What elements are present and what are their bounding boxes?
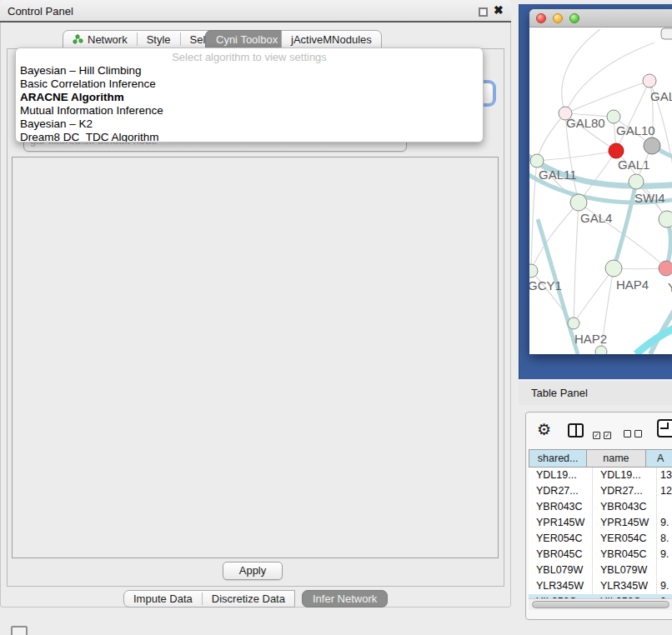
- bottom-tab-group: Impute Data Discretize Data: [123, 590, 295, 608]
- node-gal10[interactable]: [607, 110, 620, 123]
- node-gal7[interactable]: [643, 74, 656, 88]
- table-settings-gear-icon[interactable]: ⚙: [537, 420, 551, 439]
- label-gal10: GAL10: [616, 123, 655, 138]
- network-icon: [73, 34, 83, 44]
- tab-infer-network[interactable]: Infer Network: [302, 590, 388, 608]
- label-gal11: GAL11: [539, 168, 577, 182]
- tab-discretize-data-label: Discretize Data: [212, 592, 285, 605]
- popup-item-bayesian-hill[interactable]: Bayesian – Hill Climbing: [16, 64, 483, 78]
- node-gal1[interactable]: [609, 143, 624, 158]
- node-gal11[interactable]: [530, 154, 544, 168]
- label-y-partial: Y: [668, 280, 672, 294]
- table-view-icon[interactable]: [657, 419, 672, 438]
- network-window-titlebar[interactable]: [529, 9, 672, 28]
- canvas-corner-widget[interactable]: [661, 28, 672, 39]
- label-gcy1: GCY1: [529, 278, 562, 292]
- node-gcy1[interactable]: [529, 264, 538, 278]
- tab-infer-network-label: Infer Network: [313, 592, 377, 605]
- network-canvas[interactable]: GAL80 GAL10 GAL1 GAL11 SWI4 GAL4 GAL GCY…: [529, 28, 672, 354]
- tab-group-right: jActiveMNodules: [281, 30, 382, 48]
- deselect-all-checkboxes-icon[interactable]: [624, 428, 645, 440]
- table-row[interactable]: YDL19... YDL19... 13: [529, 468, 672, 483]
- table-row[interactable]: YDR27... YDR27... 12: [529, 483, 672, 499]
- table-panel-card: ⚙ ✓✓ shared... name A YDL19... YDL19... …: [525, 412, 672, 620]
- apply-button[interactable]: Apply: [223, 562, 283, 580]
- close-traffic-light[interactable]: [536, 13, 546, 23]
- label-hap2: HAP2: [574, 332, 607, 346]
- node-gray[interactable]: [644, 138, 660, 154]
- close-icon[interactable]: ✖: [494, 3, 504, 17]
- popup-hint: Select algorithm to view settings: [16, 51, 483, 64]
- label-gal1: GAL1: [618, 158, 649, 172]
- select-all-checkboxes-icon[interactable]: ✓✓: [593, 428, 614, 440]
- table-row[interactable]: YER054C YER054C 8.: [529, 531, 672, 547]
- network-view-frame: GAL80 GAL10 GAL1 GAL11 SWI4 GAL4 GAL GCY…: [519, 4, 672, 379]
- table-row[interactable]: YPR145W YPR145W 9.: [529, 515, 672, 531]
- network-graph: GAL80 GAL10 GAL1 GAL11 SWI4 GAL4 GAL GCY…: [529, 28, 672, 354]
- float-window-icon[interactable]: [479, 8, 488, 17]
- label-gal4: GAL4: [580, 211, 612, 225]
- tab-impute-data-label: Impute Data: [133, 592, 193, 605]
- label-gal-partial: GAL: [650, 89, 672, 103]
- popup-item-mutual-information[interactable]: Mutual Information Inference: [16, 104, 483, 118]
- tab-cyni-toolbox-label: Cyni Toolbox: [216, 33, 278, 46]
- table-panel-title: Table Panel: [531, 387, 588, 399]
- node-bottom-green[interactable]: [595, 346, 607, 354]
- table-panel-titlebar: Table Panel: [519, 382, 672, 405]
- algorithm-popup-list: Select algorithm to view settings Bayesi…: [15, 48, 484, 142]
- node-gal4[interactable]: [570, 194, 587, 211]
- popup-item-basic-correlation[interactable]: Basic Correlation Inference: [16, 78, 483, 91]
- table-horizontal-scrollbar-thumb[interactable]: [532, 601, 669, 608]
- column-layout-icon[interactable]: [568, 423, 584, 438]
- popup-item-aracne[interactable]: ARACNE Algorithm: [16, 91, 483, 104]
- cyni-settings-scrollpane: [12, 157, 499, 558]
- node-hap2[interactable]: [568, 318, 579, 329]
- network-window: GAL80 GAL10 GAL1 GAL11 SWI4 GAL4 GAL GCY…: [529, 9, 672, 354]
- node-hap4[interactable]: [605, 260, 622, 277]
- tab-network-label: Network: [88, 33, 128, 46]
- tab-impute-data[interactable]: Impute Data: [124, 591, 202, 607]
- tab-network[interactable]: Network: [63, 31, 137, 48]
- tab-jactivemnodules[interactable]: jActiveMNodules: [282, 31, 381, 48]
- table-row[interactable]: YBL079W YBL079W: [529, 562, 672, 578]
- table-body: YDL19... YDL19... 13 YDR27... YDR27... 1…: [529, 468, 672, 598]
- minimize-traffic-light[interactable]: [553, 13, 563, 23]
- table-row[interactable]: YBR045C YBR045C 9.: [529, 547, 672, 562]
- label-hap4: HAP4: [616, 278, 649, 292]
- tab-style-label: Style: [147, 33, 171, 46]
- panel-title: Control Panel: [8, 5, 73, 18]
- popup-item-dream8[interactable]: Dream8 DC_TDC Algorithm: [16, 131, 483, 142]
- node-right-green[interactable]: [659, 211, 672, 228]
- node-swi4[interactable]: [629, 174, 644, 189]
- zoom-traffic-light[interactable]: [569, 13, 579, 23]
- node-salmon[interactable]: [659, 261, 672, 276]
- column-header-partial[interactable]: A: [646, 449, 672, 468]
- table-header: shared... name A: [529, 449, 672, 468]
- column-header-shared-name[interactable]: shared...: [529, 449, 587, 468]
- node-labels: GAL80 GAL10 GAL1 GAL11 SWI4 GAL4 GAL GCY…: [529, 89, 672, 346]
- column-header-name[interactable]: name: [587, 449, 645, 468]
- table-row[interactable]: YBR043C YBR043C: [529, 499, 672, 515]
- tab-jactivemnodules-label: jActiveMNodules: [291, 33, 372, 46]
- popup-item-bayesian-k2[interactable]: Bayesian – K2: [16, 118, 483, 131]
- label-gal80: GAL80: [566, 116, 605, 130]
- table-horizontal-scrollbar[interactable]: [529, 598, 672, 610]
- tab-discretize-data[interactable]: Discretize Data: [203, 591, 294, 607]
- dock-panel-icon[interactable]: [11, 626, 28, 635]
- label-swi4: SWI4: [634, 191, 665, 205]
- control-panel-titlebar: Control Panel ✖: [0, 0, 511, 22]
- tab-style[interactable]: Style: [138, 31, 180, 48]
- table-row[interactable]: YLR345W YLR345W 9.: [529, 578, 672, 594]
- tab-cyni-toolbox[interactable]: Cyni Toolbox: [205, 30, 288, 48]
